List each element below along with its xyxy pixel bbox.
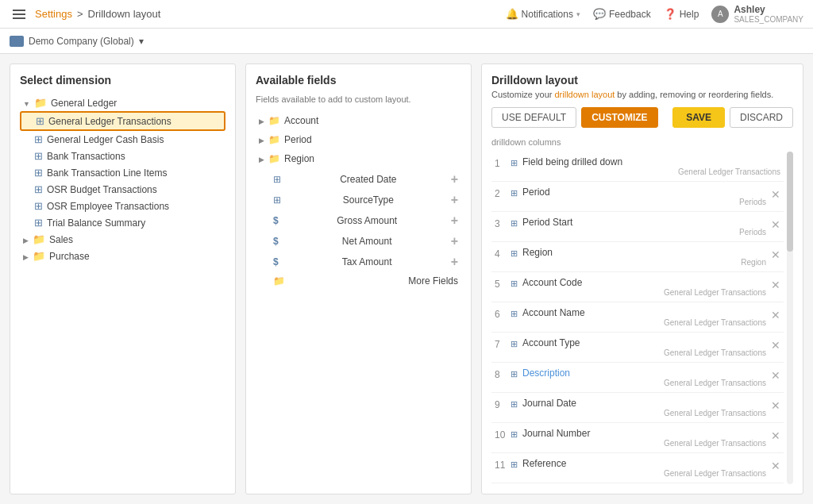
col-source: General Ledger Transactions xyxy=(522,439,766,448)
add-field-icon[interactable]: + xyxy=(451,193,458,207)
remove-column-button[interactable]: ✕ xyxy=(771,399,780,412)
add-field-icon[interactable]: + xyxy=(451,214,458,228)
remove-column-button[interactable]: ✕ xyxy=(771,369,780,382)
grid-icon: ⊞ xyxy=(34,217,43,229)
tree-item-gl-transactions[interactable]: ⊞ General Ledger Transactions xyxy=(20,111,225,131)
tree-label: General Ledger Cash Basis xyxy=(47,134,164,145)
dollar-icon: $ xyxy=(273,256,279,267)
field-label: Created Date xyxy=(340,174,396,185)
use-default-button[interactable]: USE DEFAULT xyxy=(491,107,576,128)
feedback-label: Feedback xyxy=(609,9,651,20)
breadcrumb-settings[interactable]: Settings xyxy=(35,8,72,20)
help-button[interactable]: Help xyxy=(664,8,699,20)
folder-icon: 📁 xyxy=(33,250,45,262)
tree-label: General Ledger Transactions xyxy=(48,116,171,127)
tree-item-bank-transactions[interactable]: ⊞ Bank Transactions xyxy=(20,148,225,164)
tree-item-sales[interactable]: 📁 Sales xyxy=(20,231,225,248)
tree-item-bank-transaction-lines[interactable]: ⊞ Bank Transaction Line Items xyxy=(20,164,225,181)
tree-item-purchase[interactable]: 📁 Purchase xyxy=(20,248,225,264)
col-number: 1 xyxy=(495,158,511,169)
field-group-account-header[interactable]: 📁 Account xyxy=(256,112,461,129)
field-label: Gross Amount xyxy=(337,215,397,226)
grid-icon: ⊞ xyxy=(511,339,518,349)
grid-icon: ⊞ xyxy=(34,183,43,195)
tree-item-osr-employee[interactable]: ⊞ OSR Employee Transactions xyxy=(20,198,225,214)
save-button[interactable]: SAVE xyxy=(672,107,725,128)
left-panel-title: Select dimension xyxy=(20,74,225,87)
folder-icon: 📁 xyxy=(34,97,47,109)
folder-icon: 📁 xyxy=(268,134,280,145)
field-source-type[interactable]: ⊞ SourceType + xyxy=(256,190,461,210)
main-layout: Select dimension 📁 General Ledger ⊞ Gene… xyxy=(0,54,813,504)
tree-label: Bank Transactions xyxy=(47,151,125,162)
help-icon xyxy=(664,8,676,20)
company-selector[interactable]: Demo Company (Global) ▾ xyxy=(10,36,144,47)
field-gross-amount[interactable]: $ Gross Amount + xyxy=(256,210,461,231)
col-number: 7 xyxy=(495,339,511,350)
feedback-button[interactable]: Feedback xyxy=(593,8,651,20)
tree-item-trial-balance[interactable]: ⊞ Trial Balance Summary xyxy=(20,214,225,231)
col-content: Period Periods xyxy=(522,187,766,206)
tree-item-osr-budget[interactable]: ⊞ OSR Budget Transactions xyxy=(20,181,225,198)
grid-icon: ⊞ xyxy=(511,188,518,198)
tree-label: OSR Employee Transactions xyxy=(47,201,169,212)
col-number: 4 xyxy=(495,248,511,260)
feedback-icon xyxy=(593,8,606,20)
chevron-down-icon xyxy=(23,98,30,109)
remove-column-button[interactable]: ✕ xyxy=(771,339,780,352)
field-created-date[interactable]: ⊞ Created Date + xyxy=(256,169,461,190)
remove-column-button[interactable]: ✕ xyxy=(771,309,780,321)
remove-column-button[interactable]: ✕ xyxy=(771,218,780,231)
hamburger-menu[interactable] xyxy=(10,6,29,22)
grid-icon: ⊞ xyxy=(273,194,281,206)
customize-button[interactable]: CUSTOMIZE xyxy=(581,107,657,128)
chevron-right-icon xyxy=(259,153,264,164)
add-field-icon[interactable]: + xyxy=(451,172,458,187)
col-number: 9 xyxy=(495,399,511,410)
col-source: General Ledger Transactions xyxy=(522,288,766,297)
columns-label: Drilldown columns xyxy=(491,137,793,147)
remove-column-button[interactable]: ✕ xyxy=(771,248,780,261)
user-menu[interactable]: A Ashley SALES_COMPANY xyxy=(711,4,803,24)
col-number: 5 xyxy=(495,279,511,290)
field-group-region-header[interactable]: 📁 Region xyxy=(256,150,461,167)
col-content: Journal Date General Ledger Transactions xyxy=(522,398,766,417)
left-panel: Select dimension 📁 General Ledger ⊞ Gene… xyxy=(10,63,236,494)
field-more-fields[interactable]: 📁 More Fields xyxy=(256,272,461,290)
scroll-bar[interactable] xyxy=(787,152,793,484)
field-tax-amount[interactable]: $ Tax Amount + xyxy=(256,252,461,272)
tree-label: Bank Transaction Line Items xyxy=(47,167,167,179)
remove-column-button[interactable]: ✕ xyxy=(771,188,780,201)
dollar-icon: $ xyxy=(273,236,279,247)
column-row-6: 6 ⊞ Account Name General Ledger Transact… xyxy=(491,302,784,333)
add-field-icon[interactable]: + xyxy=(451,234,458,248)
grid-icon: ⊞ xyxy=(36,115,44,127)
discard-button[interactable]: DISCARD xyxy=(730,107,793,128)
col-number: 11 xyxy=(495,460,511,471)
drilldown-layout-link[interactable]: drilldown layout xyxy=(554,90,615,99)
col-content: Reference General Ledger Transactions xyxy=(522,458,766,478)
remove-column-button[interactable]: ✕ xyxy=(771,279,780,291)
notifications-button[interactable]: Notifications ▾ xyxy=(506,8,580,20)
help-label: Help xyxy=(680,9,699,20)
col-content: Region Region xyxy=(522,247,766,267)
grid-icon: ⊞ xyxy=(511,309,518,319)
remove-column-button[interactable]: ✕ xyxy=(771,429,780,442)
grid-icon: ⊞ xyxy=(34,150,43,162)
remove-column-button[interactable]: ✕ xyxy=(771,460,780,472)
drilldown-description: Customize your drilldown layout by addin… xyxy=(491,90,793,99)
field-net-amount[interactable]: $ Net Amount + xyxy=(256,231,461,252)
column-row-2: 2 ⊞ Period Periods ✕ xyxy=(491,182,784,212)
field-group-period-header[interactable]: 📁 Period xyxy=(256,131,461,148)
grid-icon: ⊞ xyxy=(34,200,43,212)
dimension-tree: 📁 General Ledger ⊞ General Ledger Transa… xyxy=(20,94,225,264)
dollar-icon: $ xyxy=(273,215,279,226)
add-field-icon[interactable]: + xyxy=(451,255,458,269)
col-content: Account Code General Ledger Transactions xyxy=(522,277,766,297)
bell-icon xyxy=(506,8,518,20)
grid-icon: ⊞ xyxy=(34,167,43,179)
tree-item-gl-cash-basis[interactable]: ⊞ General Ledger Cash Basis xyxy=(20,131,225,148)
desc-suffix: by adding, removing or reordering fields… xyxy=(615,90,773,99)
tree-item-general-ledger[interactable]: 📁 General Ledger xyxy=(20,94,225,111)
middle-panel-title: Available fields xyxy=(256,74,461,87)
